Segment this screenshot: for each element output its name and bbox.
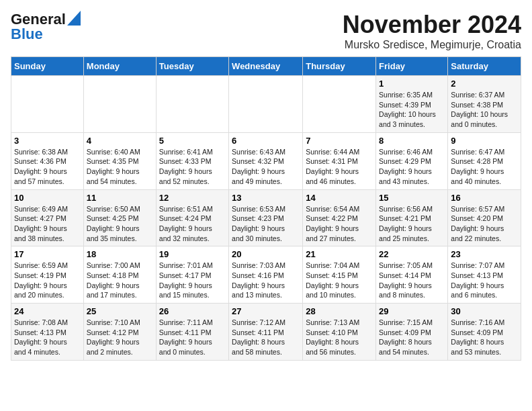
weekday-header-row: SundayMondayTuesdayWednesdayThursdayFrid… [11, 57, 521, 76]
day-info: Sunrise: 6:53 AM Sunset: 4:23 PM Dayligh… [232, 204, 300, 244]
svg-marker-0 [67, 11, 81, 26]
day-cell: 17Sunrise: 6:59 AM Sunset: 4:19 PM Dayli… [11, 246, 84, 304]
logo-triangle-icon [67, 11, 81, 26]
day-number: 14 [306, 193, 373, 203]
week-row-1: 1Sunrise: 6:35 AM Sunset: 4:39 PM Daylig… [11, 76, 521, 133]
day-number: 12 [159, 193, 226, 203]
day-info: Sunrise: 6:51 AM Sunset: 4:24 PM Dayligh… [159, 204, 226, 244]
week-row-5: 24Sunrise: 7:08 AM Sunset: 4:13 PM Dayli… [11, 304, 521, 361]
day-info: Sunrise: 6:35 AM Sunset: 4:39 PM Dayligh… [379, 90, 445, 130]
week-row-4: 17Sunrise: 6:59 AM Sunset: 4:19 PM Dayli… [11, 246, 521, 304]
day-info: Sunrise: 7:10 AM Sunset: 4:12 PM Dayligh… [87, 318, 153, 357]
day-number: 2 [451, 79, 518, 89]
day-number: 18 [87, 249, 153, 259]
day-info: Sunrise: 6:40 AM Sunset: 4:35 PM Dayligh… [87, 147, 153, 187]
day-cell: 23Sunrise: 7:07 AM Sunset: 4:13 PM Dayli… [448, 246, 521, 304]
day-info: Sunrise: 7:00 AM Sunset: 4:18 PM Dayligh… [87, 261, 153, 300]
day-info: Sunrise: 6:59 AM Sunset: 4:19 PM Dayligh… [14, 261, 81, 300]
day-number: 22 [379, 249, 445, 259]
day-info: Sunrise: 7:03 AM Sunset: 4:16 PM Dayligh… [232, 261, 300, 300]
day-info: Sunrise: 6:50 AM Sunset: 4:25 PM Dayligh… [87, 204, 153, 244]
day-number: 3 [14, 136, 81, 146]
day-info: Sunrise: 7:13 AM Sunset: 4:10 PM Dayligh… [306, 318, 373, 357]
day-cell [83, 76, 156, 133]
weekday-monday: Monday [83, 57, 156, 76]
day-number: 4 [87, 136, 153, 146]
day-info: Sunrise: 6:57 AM Sunset: 4:20 PM Dayligh… [451, 204, 518, 244]
day-info: Sunrise: 7:04 AM Sunset: 4:15 PM Dayligh… [306, 261, 373, 300]
day-number: 26 [159, 306, 226, 316]
day-number: 9 [451, 136, 518, 146]
day-info: Sunrise: 7:01 AM Sunset: 4:17 PM Dayligh… [159, 261, 226, 300]
day-cell: 28Sunrise: 7:13 AM Sunset: 4:10 PM Dayli… [303, 304, 376, 361]
day-info: Sunrise: 6:37 AM Sunset: 4:38 PM Dayligh… [451, 90, 518, 130]
day-number: 30 [451, 306, 518, 316]
day-cell: 13Sunrise: 6:53 AM Sunset: 4:23 PM Dayli… [229, 189, 303, 246]
day-cell: 26Sunrise: 7:11 AM Sunset: 4:11 PM Dayli… [156, 304, 228, 361]
day-cell: 24Sunrise: 7:08 AM Sunset: 4:13 PM Dayli… [11, 304, 84, 361]
day-cell: 27Sunrise: 7:12 AM Sunset: 4:11 PM Dayli… [229, 304, 303, 361]
day-cell: 14Sunrise: 6:54 AM Sunset: 4:22 PM Dayli… [303, 189, 376, 246]
day-cell: 19Sunrise: 7:01 AM Sunset: 4:17 PM Dayli… [156, 246, 228, 304]
weekday-tuesday: Tuesday [156, 57, 228, 76]
day-number: 16 [451, 193, 518, 203]
day-cell [229, 76, 303, 133]
day-info: Sunrise: 6:44 AM Sunset: 4:31 PM Dayligh… [306, 147, 373, 187]
day-number: 1 [379, 79, 445, 89]
day-cell: 21Sunrise: 7:04 AM Sunset: 4:15 PM Dayli… [303, 246, 376, 304]
day-cell: 8Sunrise: 6:46 AM Sunset: 4:29 PM Daylig… [376, 132, 448, 189]
day-info: Sunrise: 7:15 AM Sunset: 4:09 PM Dayligh… [379, 318, 445, 357]
day-info: Sunrise: 6:56 AM Sunset: 4:21 PM Dayligh… [379, 204, 445, 244]
day-number: 7 [306, 136, 373, 146]
subtitle: Mursko Sredisce, Megimurje, Croatia [343, 39, 521, 51]
weekday-thursday: Thursday [303, 57, 376, 76]
day-number: 21 [306, 249, 373, 259]
day-cell: 25Sunrise: 7:10 AM Sunset: 4:12 PM Dayli… [83, 304, 156, 361]
day-info: Sunrise: 7:07 AM Sunset: 4:13 PM Dayligh… [451, 261, 518, 300]
day-cell: 30Sunrise: 7:16 AM Sunset: 4:09 PM Dayli… [448, 304, 521, 361]
weekday-friday: Friday [376, 57, 448, 76]
day-info: Sunrise: 7:16 AM Sunset: 4:09 PM Dayligh… [451, 318, 518, 357]
day-number: 8 [379, 136, 445, 146]
day-info: Sunrise: 7:08 AM Sunset: 4:13 PM Dayligh… [14, 318, 81, 357]
day-number: 15 [379, 193, 445, 203]
day-number: 6 [232, 136, 300, 146]
header: General Blue November 2024 Mursko Sredis… [11, 11, 521, 51]
day-number: 17 [14, 249, 81, 259]
logo: General Blue [11, 11, 81, 43]
day-cell [11, 76, 84, 133]
day-number: 5 [159, 136, 226, 146]
title-area: November 2024 Mursko Sredisce, Megimurje… [343, 11, 521, 51]
day-number: 23 [451, 249, 518, 259]
day-cell: 29Sunrise: 7:15 AM Sunset: 4:09 PM Dayli… [376, 304, 448, 361]
day-cell: 12Sunrise: 6:51 AM Sunset: 4:24 PM Dayli… [156, 189, 228, 246]
day-info: Sunrise: 6:38 AM Sunset: 4:36 PM Dayligh… [14, 147, 81, 187]
day-cell: 5Sunrise: 6:41 AM Sunset: 4:33 PM Daylig… [156, 132, 228, 189]
day-info: Sunrise: 6:54 AM Sunset: 4:22 PM Dayligh… [306, 204, 373, 244]
day-cell: 11Sunrise: 6:50 AM Sunset: 4:25 PM Dayli… [83, 189, 156, 246]
day-cell: 2Sunrise: 6:37 AM Sunset: 4:38 PM Daylig… [448, 76, 521, 133]
main-title: November 2024 [343, 11, 521, 39]
day-number: 24 [14, 306, 81, 316]
week-row-3: 10Sunrise: 6:49 AM Sunset: 4:27 PM Dayli… [11, 189, 521, 246]
day-number: 13 [232, 193, 300, 203]
day-cell: 4Sunrise: 6:40 AM Sunset: 4:35 PM Daylig… [83, 132, 156, 189]
day-cell: 7Sunrise: 6:44 AM Sunset: 4:31 PM Daylig… [303, 132, 376, 189]
weekday-wednesday: Wednesday [229, 57, 303, 76]
weekday-saturday: Saturday [448, 57, 521, 76]
day-cell: 15Sunrise: 6:56 AM Sunset: 4:21 PM Dayli… [376, 189, 448, 246]
day-cell: 1Sunrise: 6:35 AM Sunset: 4:39 PM Daylig… [376, 76, 448, 133]
day-info: Sunrise: 6:47 AM Sunset: 4:28 PM Dayligh… [451, 147, 518, 187]
weekday-sunday: Sunday [11, 57, 84, 76]
calendar-body: 1Sunrise: 6:35 AM Sunset: 4:39 PM Daylig… [11, 76, 521, 361]
day-cell: 16Sunrise: 6:57 AM Sunset: 4:20 PM Dayli… [448, 189, 521, 246]
day-info: Sunrise: 7:05 AM Sunset: 4:14 PM Dayligh… [379, 261, 445, 300]
day-info: Sunrise: 6:41 AM Sunset: 4:33 PM Dayligh… [159, 147, 226, 187]
day-info: Sunrise: 6:49 AM Sunset: 4:27 PM Dayligh… [14, 204, 81, 244]
day-cell: 9Sunrise: 6:47 AM Sunset: 4:28 PM Daylig… [448, 132, 521, 189]
day-info: Sunrise: 7:11 AM Sunset: 4:11 PM Dayligh… [159, 318, 226, 357]
day-cell: 3Sunrise: 6:38 AM Sunset: 4:36 PM Daylig… [11, 132, 84, 189]
logo-blue: Blue [11, 26, 43, 43]
day-cell: 20Sunrise: 7:03 AM Sunset: 4:16 PM Dayli… [229, 246, 303, 304]
day-number: 25 [87, 306, 153, 316]
